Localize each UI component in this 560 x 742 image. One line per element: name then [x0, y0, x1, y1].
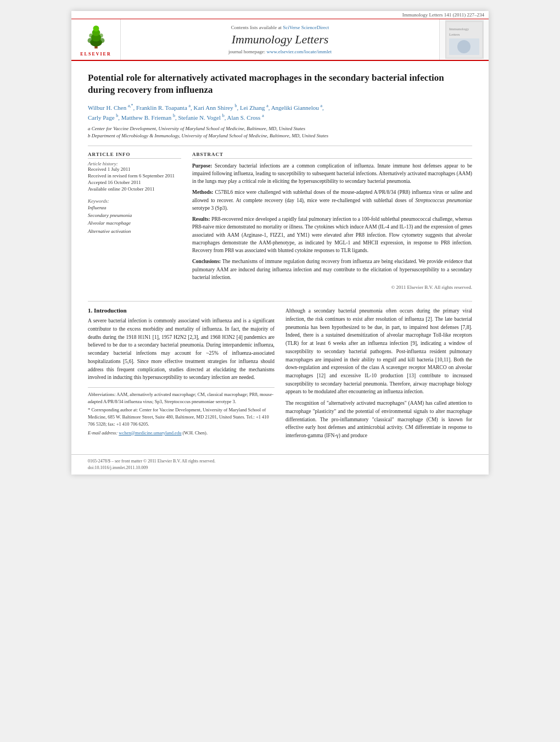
email-link[interactable]: wchen@medicine.umaryland.edu [119, 430, 181, 436]
keyword-4: Alternative activation [88, 227, 181, 235]
homepage-link[interactable]: www.elsevier.com/locate/immlet [267, 49, 332, 54]
article-reference: Immunology Letters 141 (2011) 227–234 [402, 12, 484, 18]
history-label: Article history: [88, 161, 181, 166]
accepted-date: Accepted 16 October 2011 [88, 180, 181, 185]
page: Immunology Letters 141 (2011) 227–234 [71, 11, 489, 475]
abstract-purpose: Purpose: Secondary bacterial infections … [192, 162, 472, 186]
copyright-line: © 2011 Elsevier B.V. All rights reserved… [192, 284, 472, 290]
article-info-heading: ARTICLE INFO [88, 152, 181, 159]
keywords-section: Keywords: Influenza Secondary pneumonia … [88, 198, 181, 236]
elsevier-tree-icon [80, 23, 113, 50]
available-date: Available online 20 October 2011 [88, 186, 181, 192]
received-revised-date: Received in revised form 6 September 201… [88, 173, 181, 178]
abstract-methods: Methods: C57BL6 mice were challenged wit… [192, 188, 472, 212]
intro-p3: The recognition of "alternatively activa… [285, 399, 472, 440]
article-info-abstract: ARTICLE INFO Article history: Received 1… [88, 152, 472, 291]
intro-right-text: Although a secondary bacterial pneumonia… [285, 307, 472, 440]
keyword-3: Alveolar macrophage [88, 219, 181, 227]
svg-text:Letters: Letters [449, 32, 460, 37]
journal-title: Immunology Letters [232, 32, 329, 47]
authors-text-line2: Carly Page b, Matthew B. Frieman b, Stef… [88, 114, 264, 121]
journal-center: Contents lists available at SciVerse Sci… [121, 19, 439, 60]
article-title: Potential role for alternatively activat… [88, 72, 472, 96]
main-content: 1. Introduction A severe bacterial infec… [71, 302, 489, 454]
elsevier-label: ELSEVIER [80, 52, 111, 57]
keyword-1: Influenza [88, 204, 181, 211]
and-word: and [390, 224, 398, 230]
affiliations: a Center for Vaccine Development, Univer… [88, 125, 472, 140]
body-two-columns: 1. Introduction A severe bacterial infec… [88, 307, 472, 443]
footnote-corresponding: * Corresponding author at: Center for Va… [88, 406, 275, 427]
authors: Wilbur H. Chen a,*, Franklin R. Toapanta… [88, 103, 472, 123]
abstract-column: ABSTRACT Purpose: Secondary bacterial in… [192, 152, 472, 291]
footnote-abbreviations: Abbreviations: AAM, alternatively activa… [88, 391, 275, 405]
body-left-column: 1. Introduction A severe bacterial infec… [88, 307, 275, 443]
footnote-section: Abbreviations: AAM, alternatively activa… [88, 387, 275, 437]
authors-text: Wilbur H. Chen a,*, Franklin R. Toapanta… [88, 104, 324, 111]
issn-line: 0165-2478/$ – see front matter © 2011 El… [88, 458, 472, 465]
sciverse-line: Contents lists available at SciVerse Sci… [231, 25, 329, 30]
svg-text:Immunology: Immunology [449, 27, 469, 31]
journal-homepage: journal homepage: www.elsevier.com/locat… [228, 49, 332, 54]
doi-line: doi:10.1016/j.immlet.2011.10.009 [88, 465, 472, 471]
article-body: Potential role for alternatively activat… [71, 61, 489, 301]
sciverse-link[interactable]: SciVerse ScienceDirect [283, 25, 329, 30]
elsevier-logo: ELSEVIER [71, 19, 121, 60]
journal-cover-image: Immunology Letters [445, 20, 484, 59]
intro-paragraph1: A severe bacterial infection is commonly… [88, 317, 275, 382]
keywords-list: Influenza Secondary pneumonia Alveolar m… [88, 204, 181, 236]
bottom-bar: 0165-2478/$ – see front matter © 2011 El… [71, 454, 489, 475]
journal-header: Immunology Letters 141 (2011) 227–234 [71, 11, 489, 61]
footnote-email: E-mail address: wchen@medicine.umaryland… [88, 429, 275, 437]
intro-p1: A severe bacterial infection is commonly… [88, 317, 275, 382]
intro-title: Introduction [94, 307, 127, 314]
article-ref-bar: Immunology Letters 141 (2011) 227–234 [71, 11, 489, 19]
journal-image-right: Immunology Letters [439, 19, 489, 60]
article-info-column: ARTICLE INFO Article history: Received 1… [88, 152, 181, 291]
sciverse-text: Contents lists available at [231, 25, 282, 30]
article-history-section: Article history: Received 1 July 2011 Re… [88, 161, 181, 192]
svg-point-5 [87, 38, 92, 43]
svg-point-8 [99, 34, 103, 37]
abstract-heading: ABSTRACT [192, 152, 472, 159]
abstract-results: Results: PR8-recovered mice developed a … [192, 215, 472, 254]
keywords-label: Keywords: [88, 198, 181, 204]
intro-heading: 1. Introduction [88, 307, 275, 314]
body-right-column: Although a secondary bacterial pneumonia… [285, 307, 472, 443]
homepage-text: journal homepage: [228, 49, 265, 54]
svg-point-7 [89, 34, 93, 37]
abstract-text: Purpose: Secondary bacterial infections … [192, 162, 472, 282]
affiliation-b: b Department of Microbiology & Immunolog… [88, 133, 328, 138]
header-top: ELSEVIER Contents lists available at Sci… [71, 19, 489, 60]
svg-point-6 [99, 38, 104, 43]
received-date: Received 1 July 2011 [88, 166, 181, 172]
section-divider [88, 146, 472, 146]
svg-point-4 [93, 25, 99, 31]
keyword-2: Secondary pneumonia [88, 211, 181, 219]
intro-number: 1. [88, 307, 92, 314]
affiliation-a: a Center for Vaccine Development, Univer… [88, 126, 305, 131]
abstract-conclusions: Conclusions: The mechanisms of immune re… [192, 258, 472, 281]
svg-point-13 [457, 40, 471, 53]
intro-p2: Although a secondary bacterial pneumonia… [285, 307, 472, 396]
